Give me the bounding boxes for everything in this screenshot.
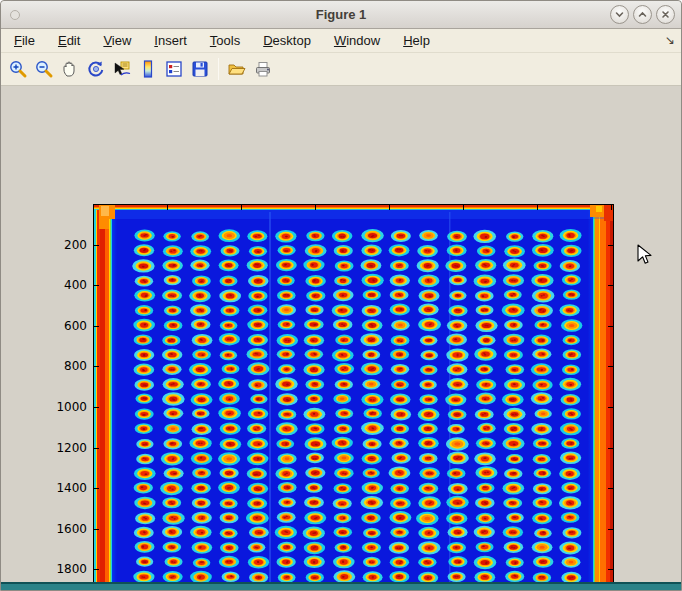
open-button[interactable]	[224, 56, 250, 82]
y-tick-label: 1800	[41, 562, 87, 576]
menu-window[interactable]: Window	[324, 30, 390, 51]
menu-edit[interactable]: Edit	[48, 30, 90, 51]
save-icon	[190, 59, 210, 79]
y-tick-label: 600	[41, 319, 87, 333]
menu-insert[interactable]: Insert	[144, 30, 197, 51]
open-folder-icon	[227, 59, 247, 79]
menubar: File Edit View Insert Tools Desktop Wind…	[1, 29, 681, 53]
plot-canvas[interactable]	[93, 204, 614, 591]
y-tick-label: 1000	[41, 400, 87, 414]
minimize-button[interactable]	[610, 5, 629, 24]
maximize-button[interactable]	[633, 5, 652, 24]
menu-desktop[interactable]: Desktop	[253, 30, 321, 51]
y-tick-label: 800	[41, 359, 87, 373]
menu-help[interactable]: Help	[393, 30, 440, 51]
figure-window: Figure 1 File Edit View Insert Tools Des…	[0, 0, 682, 591]
chevron-down-icon	[614, 9, 625, 20]
pan-hand-icon	[60, 59, 80, 79]
zoom-in-icon	[8, 59, 28, 79]
menu-file[interactable]: File	[4, 30, 45, 51]
y-tick-label: 1200	[41, 441, 87, 455]
rotate-3d-button[interactable]	[83, 56, 109, 82]
close-button[interactable]	[656, 5, 675, 24]
insert-legend-button[interactable]	[161, 56, 187, 82]
toolbar-separator	[218, 58, 219, 80]
y-tick-label: 1400	[41, 481, 87, 495]
window-title: Figure 1	[1, 7, 681, 22]
print-button[interactable]	[250, 56, 276, 82]
zoom-in-button[interactable]	[5, 56, 31, 82]
plot-axes	[93, 204, 614, 591]
titlebar: Figure 1	[1, 1, 681, 29]
colorbar-icon	[138, 59, 158, 79]
data-cursor-icon	[112, 59, 132, 79]
print-icon	[253, 59, 273, 79]
data-cursor-button[interactable]	[109, 56, 135, 82]
zoom-out-button[interactable]	[31, 56, 57, 82]
colorbar-button[interactable]	[135, 56, 161, 82]
pan-button[interactable]	[57, 56, 83, 82]
insert-legend-icon	[164, 59, 184, 79]
y-tick-label: 1600	[41, 522, 87, 536]
chevron-up-icon	[637, 9, 648, 20]
close-icon	[660, 9, 671, 20]
rotate-3d-icon	[86, 59, 106, 79]
figure-canvas-area: Retry Continue / Finish 2004006008001000…	[1, 86, 681, 584]
zoom-out-icon	[34, 59, 54, 79]
window-menu-icon[interactable]	[10, 10, 20, 20]
menu-overflow-icon[interactable]: ↘	[665, 33, 675, 47]
menu-tools[interactable]: Tools	[200, 30, 250, 51]
window-bottom-edge	[1, 582, 681, 590]
save-button[interactable]	[187, 56, 213, 82]
menu-view[interactable]: View	[93, 30, 141, 51]
y-tick-label: 400	[41, 278, 87, 292]
figure-toolbar	[1, 53, 681, 86]
y-tick-label: 200	[41, 238, 87, 252]
